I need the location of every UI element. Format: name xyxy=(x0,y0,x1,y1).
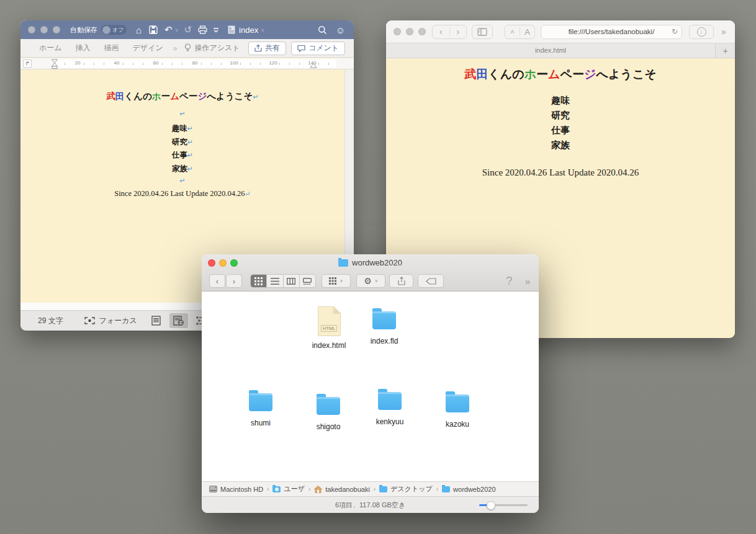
web-layout-view-button[interactable] xyxy=(169,313,188,328)
tab-index-html[interactable]: index.html xyxy=(386,43,715,58)
toolbar-overflow-icon[interactable]: » xyxy=(525,276,530,287)
minimize-button[interactable] xyxy=(406,28,413,35)
folder-shigoto[interactable]: shigoto xyxy=(299,394,358,431)
page-since-line: Since 2020.04.26 Last Update 2020.04.26 xyxy=(386,167,735,178)
ruler-number: 80 xyxy=(191,60,199,66)
path-separator-icon: › xyxy=(267,486,269,492)
path-desktop[interactable]: デスクトップ xyxy=(379,484,433,494)
column-view-button[interactable] xyxy=(284,275,300,287)
icon-view-icon xyxy=(254,277,263,285)
nav-buttons: ‹ › xyxy=(432,25,467,39)
folder-icon xyxy=(372,311,396,329)
ruler-number: 60 xyxy=(152,60,160,66)
word-traffic-lights xyxy=(28,26,60,33)
word-ribbon: ホーム 挿入 描画 デザイン » 操作アシスト 共有 コメント xyxy=(20,39,354,58)
path-macintosh-hd[interactable]: Macintosh HD xyxy=(209,486,263,493)
home-icon xyxy=(314,486,322,493)
share-button[interactable]: 共有 xyxy=(248,42,286,55)
return-mark: ↵ xyxy=(245,190,251,197)
finder-statusbar: 6項目、117.08 GB空き xyxy=(202,496,539,513)
window-title[interactable]: index xyxy=(239,25,258,35)
page-menu-item[interactable]: 趣味 xyxy=(386,95,735,107)
forward-button[interactable]: › xyxy=(450,25,467,38)
return-mark: ↵ xyxy=(20,110,344,118)
address-bar[interactable]: file:///Users/takedanobuaki/ ↻ xyxy=(541,25,682,39)
reload-icon[interactable]: ↻ xyxy=(672,27,678,36)
tab-home[interactable]: ホーム xyxy=(39,43,62,53)
gallery-view-button[interactable] xyxy=(300,275,315,287)
folder-kazoku[interactable]: kazoku xyxy=(428,391,487,429)
return-mark: ↵ xyxy=(187,125,193,132)
undo-icon[interactable]: ↶ xyxy=(164,24,173,35)
back-button[interactable]: ‹ xyxy=(433,25,449,38)
customize-toolbar-icon[interactable] xyxy=(213,27,219,33)
comment-button[interactable]: コメント xyxy=(291,42,345,55)
close-button[interactable] xyxy=(28,26,35,33)
char-count: 29 文字 xyxy=(38,316,63,326)
save-icon[interactable] xyxy=(149,25,158,34)
zoom-button[interactable] xyxy=(418,28,426,35)
group-by-button[interactable]: ∨ xyxy=(322,274,351,288)
icon-view-button[interactable] xyxy=(251,275,267,287)
ribbon-overflow-icon[interactable]: » xyxy=(173,44,178,53)
title-menu-chevron-icon[interactable]: ∨ xyxy=(261,27,264,33)
folder-shumi[interactable]: shumi xyxy=(231,390,290,427)
folder-index-fld[interactable]: index.fld xyxy=(354,308,414,345)
undo-menu-chevron-icon[interactable]: ∨ xyxy=(175,27,179,33)
downloads-button[interactable]: ↓ xyxy=(689,25,714,39)
indent-marker-right[interactable] xyxy=(310,63,317,68)
html-file-icon: HTML xyxy=(318,306,341,336)
help-button[interactable]: ? xyxy=(506,274,513,288)
path-home[interactable]: takedanobuaki xyxy=(314,486,370,493)
autosave-state: オフ xyxy=(112,26,124,34)
tab-stop-selector[interactable]: ↱ xyxy=(23,60,32,68)
return-mark: ↵ xyxy=(187,165,193,172)
return-mark: ↵ xyxy=(187,151,193,159)
close-button[interactable] xyxy=(394,28,401,35)
home-icon[interactable]: ⌂ xyxy=(136,25,142,35)
tag-button[interactable] xyxy=(418,274,444,288)
decrease-text-button[interactable]: A xyxy=(505,29,520,35)
path-wordweb2020[interactable]: wordweb2020 xyxy=(442,486,496,493)
folder-icon xyxy=(317,397,340,415)
return-mark: ↵ xyxy=(187,138,193,146)
finder-content[interactable]: HTML index.html index.fld shumi shigoto … xyxy=(202,291,539,481)
tab-insert[interactable]: 挿入 xyxy=(76,43,91,53)
focus-toggle[interactable]: フォーカス xyxy=(84,316,137,326)
minimize-button[interactable] xyxy=(40,26,48,33)
tell-me-assist[interactable]: 操作アシスト xyxy=(184,43,240,53)
list-view-button[interactable] xyxy=(267,275,283,287)
menu-item-text: 家族 xyxy=(172,164,187,173)
tab-design[interactable]: デザイン xyxy=(133,43,163,53)
print-layout-view-button[interactable] xyxy=(147,313,166,328)
toolbar-overflow-icon[interactable]: » xyxy=(721,27,726,37)
page-menu-item[interactable]: 仕事 xyxy=(386,125,735,136)
file-index-html[interactable]: HTML index.html xyxy=(299,306,359,350)
redo-icon[interactable]: ↺ xyxy=(184,24,192,35)
print-icon[interactable] xyxy=(198,25,207,34)
chevron-down-icon: ∨ xyxy=(375,278,378,283)
tab-draw[interactable]: 描画 xyxy=(104,43,119,53)
finder-title-text: wordweb2020 xyxy=(352,258,402,267)
action-menu-button[interactable]: ⚙ ∨ xyxy=(356,274,385,288)
feedback-smiley-icon[interactable]: ☺ xyxy=(336,25,345,35)
increase-text-button[interactable]: A xyxy=(520,27,534,37)
new-tab-button[interactable]: + xyxy=(715,43,735,58)
folder-kenkyuu[interactable]: kenkyuu xyxy=(360,389,420,426)
ruler-number: 120 xyxy=(268,60,278,66)
sidebar-button[interactable] xyxy=(472,25,493,39)
share-button[interactable] xyxy=(389,274,413,288)
zoom-button[interactable] xyxy=(53,26,60,33)
path-users[interactable]: ユーザ xyxy=(272,484,305,494)
indent-marker-left[interactable] xyxy=(51,59,58,69)
page-menu-item[interactable]: 家族 xyxy=(386,140,735,151)
slider-knob[interactable] xyxy=(487,501,495,510)
file-label: index.fld xyxy=(371,337,398,345)
autosave-toggle[interactable]: オフ xyxy=(101,25,127,35)
page-menu-item[interactable]: 研究 xyxy=(386,110,735,122)
back-button[interactable]: ‹ xyxy=(209,274,225,288)
icon-size-slider[interactable] xyxy=(479,504,528,506)
forward-button[interactable]: › xyxy=(226,274,242,288)
search-icon[interactable] xyxy=(318,25,327,35)
view-switcher xyxy=(250,274,316,288)
